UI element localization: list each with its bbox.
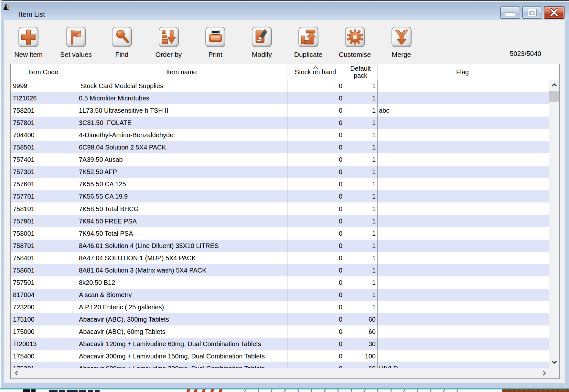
cell-item-code: 757401	[11, 153, 76, 166]
column-header-item-code[interactable]: Item Code	[11, 64, 76, 80]
table-row[interactable]: TI20013Abacavir 120mg + Lamivudine 60mg,…	[11, 338, 549, 350]
behind-content-mark	[350, 389, 352, 392]
cell-stock-on-hand: 0	[287, 264, 344, 276]
table-row[interactable]: 175301Abacavir 600mg + Lamivudine 300mg,…	[11, 362, 549, 367]
cell-default-pack: 1	[344, 80, 377, 92]
cell-flag	[377, 203, 548, 215]
scroll-right-button[interactable]	[539, 368, 550, 379]
table-row[interactable]: 7575018k20.50 B1201	[11, 276, 549, 289]
cell-stock-on-hand: 0	[287, 313, 344, 325]
merge-button[interactable]	[392, 27, 412, 47]
print-button[interactable]	[205, 27, 225, 47]
table-row[interactable]: 7587018A46.01 Solution 4 (Line Diluent) …	[11, 240, 549, 252]
cell-item-name: 6C98.04 Solution 2 5X4 PACK	[76, 141, 287, 153]
vertical-scrollbar[interactable]	[549, 80, 559, 368]
horizontal-scrollbar[interactable]	[11, 368, 559, 379]
cell-item-code: 758401	[11, 252, 76, 264]
table-row[interactable]: TI210260.5 Microliter Microtubes01	[11, 92, 549, 104]
window-border-bottom	[1, 383, 569, 388]
table-row[interactable]: 817004A scan & Biometry01	[11, 289, 549, 301]
table-row[interactable]: 9999 Stock Card Medcial Supplies01	[11, 80, 549, 92]
column-header-default-pack[interactable]: Defaultpack	[344, 64, 377, 80]
cell-item-code: 758501	[11, 141, 76, 153]
find-button[interactable]	[112, 27, 132, 47]
table-row[interactable]: 7582011L73.50 Ultrasensitive h TSH II01a…	[11, 104, 549, 117]
cell-stock-on-hand: 0	[287, 178, 344, 190]
scroll-left-button[interactable]	[11, 368, 22, 379]
flag-icon	[68, 28, 85, 46]
cell-default-pack: 1	[344, 117, 377, 129]
cell-flag	[377, 289, 548, 301]
behind-content-mark	[377, 389, 379, 392]
cell-flag	[377, 264, 548, 276]
maximize-icon	[528, 9, 536, 16]
table-row[interactable]: 723200A.P.I 20 Enteric ( 25 galleries)01	[11, 301, 549, 313]
table-row[interactable]: 175000Abacavir (ABC), 60mg Tablets060	[11, 325, 549, 338]
table-row[interactable]: 7578013C81.50 FOLATE01	[11, 117, 549, 129]
new-item-button[interactable]	[18, 27, 38, 47]
cell-flag	[377, 153, 548, 166]
maximize-button[interactable]	[522, 6, 542, 19]
cell-stock-on-hand: 0	[287, 190, 344, 202]
cell-item-code: 758001	[11, 227, 76, 240]
column-header-item-name[interactable]: Item name	[76, 64, 287, 80]
cell-item-name: 7K52.50 AFP	[76, 166, 287, 178]
behind-content-mark	[311, 389, 312, 392]
order-by-button[interactable]	[159, 27, 179, 47]
cell-default-pack: 1	[344, 153, 377, 166]
cell-stock-on-hand: 0	[287, 141, 344, 153]
header-column-separator[interactable]	[548, 65, 548, 79]
cell-item-code: 758601	[11, 264, 76, 276]
table-row[interactable]: 7580017K94.50 Total PSA01	[11, 227, 549, 240]
table-row[interactable]: 7579017K94.50 FREE PSA01	[11, 215, 549, 227]
close-button[interactable]	[544, 6, 564, 19]
cell-flag	[377, 325, 548, 338]
behind-content-mark	[271, 389, 272, 392]
cell-default-pack: 1	[344, 104, 377, 117]
cell-item-name: Abacavir (ABC), 60mg Tablets	[76, 325, 287, 338]
set-values-button[interactable]	[66, 27, 86, 47]
table-row[interactable]: 175400Abacavir 300mg + Lamivudine 150mg,…	[11, 350, 549, 362]
cell-item-name: 8A47.04 SOLUTION 1 (MUP) 5X4 PACK	[76, 252, 287, 264]
cell-default-pack: 1	[344, 92, 377, 104]
table-row[interactable]: 7573017K52.50 AFP01	[11, 166, 549, 178]
chevron-right-icon	[542, 370, 546, 376]
plus-icon	[20, 28, 37, 46]
cell-item-name: Abacavir 600mg + Lamivudine 300mg, Dual …	[76, 362, 287, 367]
cell-default-pack: 1	[344, 264, 377, 276]
duplicate-button[interactable]	[298, 27, 318, 47]
titlebar[interactable]: Item List	[1, 1, 569, 20]
vertical-scroll-thumb[interactable]	[549, 91, 559, 102]
minimize-icon	[505, 13, 515, 16]
cell-default-pack: 1	[344, 240, 377, 252]
table-row[interactable]: 7581017K58.50 Total BHCG01	[11, 203, 549, 215]
behind-content-text	[88, 390, 93, 392]
table-row[interactable]: 7576017K55.50 CA 12501	[11, 178, 549, 190]
cell-item-code: 175400	[11, 350, 76, 362]
table-row[interactable]: 7586018A81.04 Solution 3 (Matrix wash) 5…	[11, 264, 549, 276]
behind-content-mark	[430, 389, 431, 392]
table-row[interactable]: 7044004-Dimethyl-Amino-Benzaldehyde01	[11, 129, 549, 141]
table-row[interactable]: 7577017K56.55 CA 19.901	[11, 190, 549, 202]
modify-button[interactable]	[252, 27, 272, 47]
table-row[interactable]: 7585016C98.04 Solution 2 5X4 PACK01	[11, 141, 549, 153]
table-row[interactable]: 7584018A47.04 SOLUTION 1 (MUP) 5X4 PACK0…	[11, 252, 549, 264]
cell-flag	[377, 166, 548, 178]
cell-default-pack: 1	[344, 227, 377, 240]
cell-item-code: 175100	[11, 313, 76, 325]
cell-flag	[377, 338, 548, 350]
cell-item-code: 758201	[11, 104, 76, 117]
table-row[interactable]: 175100Abacavir (ABC), 300mg Tablets060	[11, 313, 549, 325]
cell-item-name: Abacavir 300mg + Lamivudine 150mg, Dual …	[76, 350, 287, 362]
cell-item-name: A.P.I 20 Enteric ( 25 galleries)	[76, 301, 287, 313]
scroll-up-button[interactable]	[549, 80, 559, 90]
cell-stock-on-hand: 0	[287, 215, 344, 227]
table-row[interactable]: 7574017A39.50 Ausab01	[11, 153, 549, 166]
scroll-down-button[interactable]	[549, 357, 559, 368]
cell-default-pack: 1	[344, 289, 377, 301]
customise-button[interactable]	[345, 27, 365, 47]
cell-default-pack: 1	[344, 301, 377, 313]
cell-flag	[377, 313, 548, 325]
minimize-button[interactable]	[500, 6, 520, 19]
column-header-flag[interactable]: Flag	[377, 64, 548, 80]
